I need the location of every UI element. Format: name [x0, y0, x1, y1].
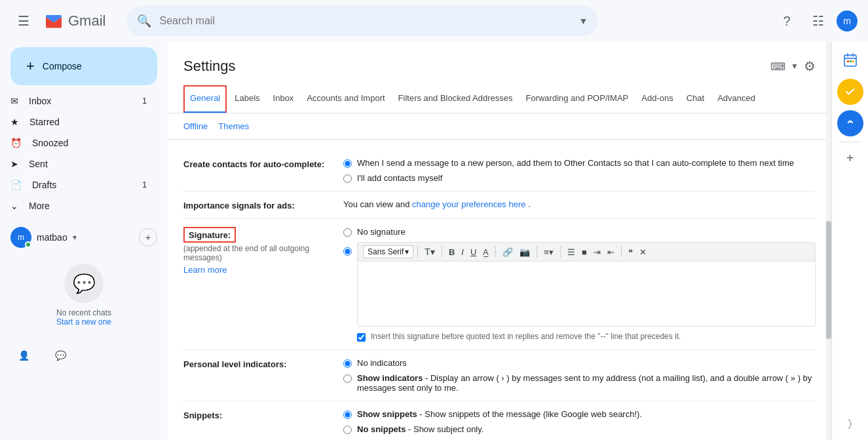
align-button[interactable]: ≡▾: [541, 246, 556, 258]
sub-tab-themes[interactable]: Themes: [218, 119, 249, 134]
tab-filters[interactable]: Filters and Blocked Addresses: [393, 85, 518, 113]
contacts-manual-radio[interactable]: [343, 174, 352, 183]
avatar[interactable]: m: [837, 10, 858, 31]
quote-button[interactable]: ❝: [626, 246, 635, 258]
settings-content: Create contacts for auto-complete: When …: [168, 140, 831, 440]
learn-more-link[interactable]: Learn more: [183, 265, 328, 275]
unordered-list-button[interactable]: ■: [579, 246, 590, 258]
font-dropdown-icon: ▾: [405, 247, 409, 256]
font-size-button[interactable]: T▾: [422, 245, 438, 258]
contacts-auto-radio[interactable]: [343, 159, 352, 168]
search-bar[interactable]: 🔍 ▼: [126, 6, 598, 36]
contacts-auto-label: When I send a message to a new person, a…: [357, 158, 794, 168]
signature-editor[interactable]: [357, 261, 816, 327]
drafts-count: 1: [142, 180, 147, 190]
underline-button[interactable]: U: [468, 246, 479, 258]
apps-button[interactable]: ☷: [805, 8, 831, 34]
blue-circle-icon[interactable]: [837, 110, 863, 136]
contacts-setting-row: Create contacts for auto-complete: When …: [183, 150, 816, 191]
chat-section: 💬 No recent chats Start a new one: [0, 253, 168, 337]
user-name: matbao: [37, 232, 67, 243]
svg-point-5: [846, 119, 854, 127]
user-account[interactable]: m matbao ▾ +: [0, 222, 168, 253]
inbox-count: 1: [142, 96, 147, 106]
search-dropdown-icon[interactable]: ▼: [579, 16, 588, 26]
tab-accounts[interactable]: Accounts and Import: [301, 85, 390, 113]
sidebar-item-inbox[interactable]: ✉ Inbox 1: [0, 90, 157, 111]
contacts-icon[interactable]: 👤: [10, 342, 37, 369]
calendar-panel-icon[interactable]: [837, 47, 863, 73]
show-indicators-sublabel: - Display an arrow ( › ) by messages sen…: [357, 373, 812, 393]
star-icon: ★: [10, 117, 19, 127]
sub-tab-offline[interactable]: Offline: [183, 119, 208, 134]
image-button[interactable]: 📷: [517, 246, 533, 258]
font-selector[interactable]: Sans Serif ▾: [363, 245, 413, 258]
sidebar-item-starred[interactable]: ★ Starred: [0, 111, 157, 132]
show-snippets-radio[interactable]: [343, 410, 352, 419]
toolbar-sep-3: [495, 246, 496, 258]
tab-chat[interactable]: Chat: [681, 85, 709, 113]
gmail-logo: Gmail: [42, 9, 105, 33]
no-signature-radio[interactable]: [343, 228, 352, 237]
keyboard-dropdown-icon[interactable]: ▼: [791, 62, 799, 71]
ads-change-link[interactable]: change your preferences: [412, 199, 506, 209]
ads-here-link[interactable]: here: [508, 199, 525, 209]
snippets-setting-row: Snippets: Show snippets - Show snippets …: [183, 401, 816, 440]
main-layout: + Compose ✉ Inbox 1 ★ Starred ⏰ Snoozed …: [0, 42, 868, 440]
menu-button[interactable]: ☰: [10, 8, 37, 34]
search-icon: 🔍: [137, 14, 151, 28]
sidebar-item-more[interactable]: ⌄ More: [0, 195, 157, 216]
no-snippets-option: No snippets - Show subject only.: [343, 424, 816, 434]
keyboard-icon[interactable]: ⌨: [770, 60, 785, 73]
expand-right-panel-button[interactable]: 〉: [848, 418, 852, 435]
bold-button[interactable]: B: [446, 246, 457, 258]
help-button[interactable]: ?: [774, 8, 800, 34]
tab-inbox[interactable]: Inbox: [268, 85, 299, 113]
tab-forwarding[interactable]: Forwarding and POP/IMAP: [520, 85, 633, 113]
italic-button[interactable]: I: [459, 246, 466, 258]
tab-advanced[interactable]: Advanced: [712, 85, 761, 113]
no-indicators-radio[interactable]: [343, 359, 352, 368]
sidebar-item-drafts[interactable]: 📄 Drafts 1: [0, 174, 157, 195]
remove-format-button[interactable]: ✕: [637, 246, 649, 258]
text-color-button[interactable]: A̲: [480, 246, 491, 258]
outdent-button[interactable]: ⇤: [605, 246, 617, 258]
svg-rect-4: [852, 60, 854, 62]
indent-button[interactable]: ⇥: [591, 246, 603, 258]
signature-checkbox[interactable]: [357, 333, 366, 342]
indicators-label: Personal level indicators:: [183, 358, 328, 369]
sidebar-item-snoozed[interactable]: ⏰ Snoozed: [0, 132, 157, 153]
start-new-chat-link[interactable]: Start a new one: [10, 317, 157, 327]
compose-button[interactable]: + Compose: [10, 47, 157, 85]
tasks-panel-icon[interactable]: [837, 79, 863, 105]
chat-icon[interactable]: 💬: [47, 342, 73, 369]
signature-label: Signature:: [189, 230, 231, 240]
show-indicators-radio[interactable]: [343, 374, 352, 383]
settings-header: Settings ⌨ ▼ ⚙: [168, 42, 831, 75]
user-dropdown-icon: ▾: [73, 233, 77, 242]
chevron-down-icon: ⌄: [10, 201, 18, 211]
scrollbar-thumb[interactable]: [826, 221, 831, 339]
snippets-label: Snippets:: [183, 409, 328, 420]
sidebar-item-sent[interactable]: ➤ Sent: [0, 153, 157, 174]
contacts-radio-group: When I send a message to a new person, a…: [343, 158, 816, 183]
tab-general[interactable]: General: [183, 85, 227, 113]
toolbar-sep-6: [621, 246, 622, 258]
show-snippets-option: Show snippets - Show snippets of the mes…: [343, 409, 816, 419]
tab-addons[interactable]: Add-ons: [636, 85, 678, 113]
add-panel-button[interactable]: +: [840, 148, 861, 169]
search-input[interactable]: [159, 15, 571, 27]
custom-signature-radio[interactable]: [343, 247, 352, 256]
no-snippets-radio[interactable]: [343, 426, 352, 434]
snippets-radio-group: Show snippets - Show snippets of the mes…: [343, 409, 816, 434]
sent-label: Sent: [29, 159, 147, 169]
toolbar-sep-4: [537, 246, 537, 258]
user-avatar: m: [10, 227, 31, 248]
gear-icon[interactable]: ⚙: [804, 58, 816, 74]
no-indicators-option: No indicators: [343, 358, 816, 368]
link-button[interactable]: 🔗: [500, 246, 516, 258]
signature-sublabel: (appended at the end of all outgoing mes…: [183, 244, 328, 262]
add-account-button[interactable]: +: [139, 228, 157, 247]
ordered-list-button[interactable]: ☰: [565, 246, 578, 258]
tab-labels[interactable]: Labels: [229, 85, 265, 113]
